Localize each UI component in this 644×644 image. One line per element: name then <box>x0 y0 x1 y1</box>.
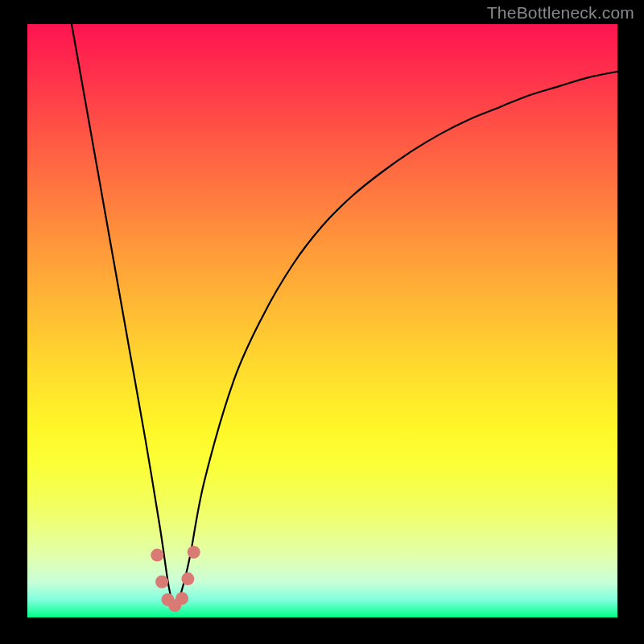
watermark-text: TheBottleneck.com <box>487 3 634 23</box>
valley-dot <box>155 576 168 588</box>
valley-markers <box>27 24 617 617</box>
valley-dot <box>188 546 200 559</box>
valley-dot <box>175 592 188 605</box>
chart-plot-area <box>27 24 617 617</box>
valley-dot <box>181 572 194 585</box>
valley-dot <box>151 549 163 562</box>
